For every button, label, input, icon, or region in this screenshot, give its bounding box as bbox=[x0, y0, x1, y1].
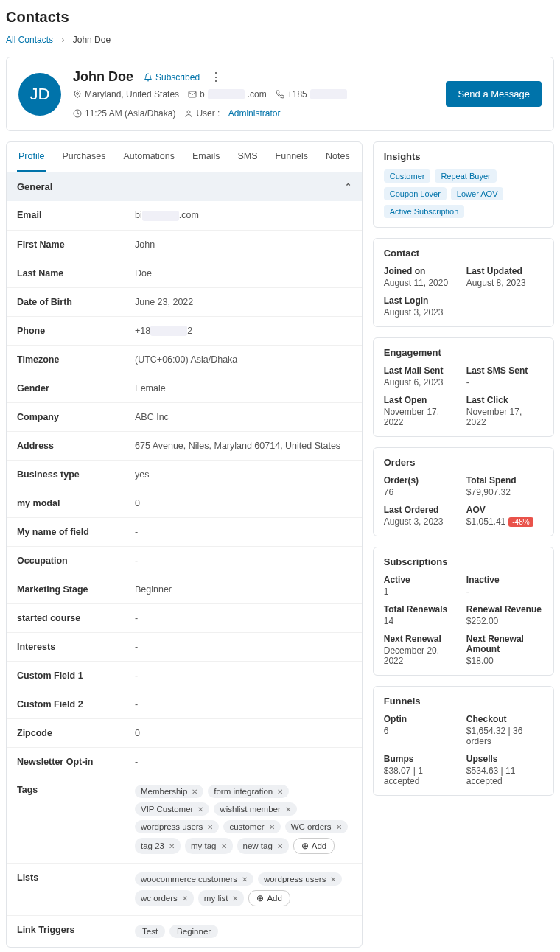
chip[interactable]: Beginner bbox=[169, 925, 218, 938]
field-value: Doe bbox=[135, 268, 351, 279]
general-accordion-toggle[interactable]: General ⌃ bbox=[7, 172, 362, 201]
field-row[interactable]: Address675 Avenue, Niles, Maryland 60714… bbox=[7, 432, 362, 461]
field-row[interactable]: Phone+182 bbox=[7, 317, 362, 346]
avatar: JD bbox=[18, 73, 61, 116]
field-value: 675 Avenue, Niles, Maryland 60714, Unite… bbox=[135, 441, 351, 451]
tab-profile[interactable]: Profile bbox=[17, 142, 46, 172]
field-row[interactable]: Newsletter Opt-in- bbox=[7, 748, 362, 776]
tab-funnels[interactable]: Funnels bbox=[274, 142, 309, 172]
remove-icon[interactable]: ✕ bbox=[242, 875, 248, 883]
remove-icon[interactable]: ✕ bbox=[330, 875, 336, 883]
chip[interactable]: wishlist member✕ bbox=[214, 802, 296, 816]
field-row[interactable]: First NameJohn bbox=[7, 231, 362, 259]
remove-icon[interactable]: ✕ bbox=[207, 823, 213, 831]
chip[interactable]: wc orders✕ bbox=[135, 890, 194, 906]
remove-icon[interactable]: ✕ bbox=[277, 842, 283, 850]
field-row[interactable]: my modal0 bbox=[7, 489, 362, 518]
remove-icon[interactable]: ✕ bbox=[182, 895, 188, 903]
field-row[interactable]: Interests- bbox=[7, 633, 362, 662]
chip[interactable]: customer✕ bbox=[223, 820, 280, 833]
info-item-value: 76 bbox=[384, 487, 461, 497]
field-value: (UTC+06:00) Asia/Dhaka bbox=[135, 354, 351, 365]
chip[interactable]: tag 23✕ bbox=[135, 838, 181, 854]
tab-automations[interactable]: Automations bbox=[122, 142, 176, 172]
remove-icon[interactable]: ✕ bbox=[232, 895, 238, 903]
info-item-label: Inactive bbox=[466, 575, 543, 585]
field-label: Address bbox=[17, 441, 135, 451]
tab-purchases[interactable]: Purchases bbox=[60, 142, 107, 172]
field-value: - bbox=[135, 527, 351, 537]
remove-icon[interactable]: ✕ bbox=[285, 805, 291, 813]
remove-icon[interactable]: ✕ bbox=[336, 823, 342, 831]
add-button[interactable]: ⊕ Add bbox=[248, 890, 290, 906]
chip[interactable]: Membership✕ bbox=[135, 785, 203, 798]
chip[interactable]: Test bbox=[135, 925, 165, 938]
info-item-label: Last Click bbox=[466, 395, 543, 405]
tab-emails[interactable]: Emails bbox=[191, 142, 222, 172]
info-item-label: AOV bbox=[466, 505, 543, 515]
engagement-panel: Engagement Last Mail SentAugust 6, 2023L… bbox=[373, 337, 554, 437]
chip[interactable]: wordpress users✕ bbox=[135, 820, 219, 833]
info-item-value: 6 bbox=[384, 726, 461, 736]
info-item-label: Bumps bbox=[384, 754, 461, 764]
remove-icon[interactable]: ✕ bbox=[169, 842, 175, 850]
tab-notes[interactable]: Notes bbox=[324, 142, 351, 172]
field-row[interactable]: Business typeyes bbox=[7, 461, 362, 489]
field-label: Zipcode bbox=[17, 728, 135, 738]
field-row[interactable]: GenderFemale bbox=[7, 374, 362, 403]
remove-icon[interactable]: ✕ bbox=[277, 788, 283, 796]
chevron-up-icon: ⌃ bbox=[345, 182, 351, 192]
remove-icon[interactable]: ✕ bbox=[221, 842, 227, 850]
field-label: My name of field bbox=[17, 527, 135, 537]
field-row[interactable]: Timezone(UTC+06:00) Asia/Dhaka bbox=[7, 346, 362, 374]
lists-value: woocommerce customers✕wordpress users✕wc… bbox=[135, 872, 351, 906]
field-row[interactable]: Emailbi.com bbox=[7, 201, 362, 231]
field-value: - bbox=[135, 671, 351, 681]
field-label: Last Name bbox=[17, 268, 135, 279]
field-row[interactable]: Date of BirthJune 23, 2022 bbox=[7, 288, 362, 317]
field-value: bi.com bbox=[135, 210, 351, 221]
field-row[interactable]: Custom Field 2- bbox=[7, 690, 362, 719]
more-menu[interactable]: ⋮ bbox=[210, 70, 222, 84]
info-item-label: Order(s) bbox=[384, 475, 461, 486]
insights-panel: Insights CustomerRepeat BuyerCoupon Love… bbox=[373, 141, 554, 228]
field-row[interactable]: Marketing StageBeginner bbox=[7, 575, 362, 604]
remove-icon[interactable]: ✕ bbox=[197, 805, 203, 813]
chip[interactable]: WC orders✕ bbox=[285, 820, 348, 833]
info-item-value: August 3, 2023 bbox=[384, 517, 461, 527]
field-row[interactable]: CompanyABC Inc bbox=[7, 403, 362, 432]
field-value: 0 bbox=[135, 498, 351, 508]
field-row[interactable]: started course- bbox=[7, 604, 362, 633]
info-item-label: Last Mail Sent bbox=[384, 365, 461, 376]
user-icon bbox=[184, 109, 193, 118]
breadcrumb-current: John Doe bbox=[73, 35, 111, 45]
field-row[interactable]: Occupation- bbox=[7, 547, 362, 575]
info-item-value: November 17, 2022 bbox=[384, 407, 461, 427]
chip[interactable]: wordpress users✕ bbox=[258, 872, 342, 886]
info-item-value: $38.07 | 1 accepted bbox=[384, 766, 461, 786]
info-item-label: Total Renewals bbox=[384, 604, 461, 615]
chip[interactable]: new tag✕ bbox=[237, 838, 289, 854]
field-row[interactable]: Custom Field 1- bbox=[7, 662, 362, 690]
chip[interactable]: my tag✕ bbox=[185, 838, 233, 854]
chip[interactable]: my list✕ bbox=[198, 890, 245, 906]
breadcrumb-all-contacts[interactable]: All Contacts bbox=[6, 35, 53, 45]
chip[interactable]: woocommerce customers✕ bbox=[135, 872, 253, 886]
field-row[interactable]: My name of field- bbox=[7, 518, 362, 547]
add-button[interactable]: ⊕ Add bbox=[293, 838, 335, 854]
tags-value: Membership✕form integration✕VIP Customer… bbox=[135, 785, 351, 854]
info-item-label: Next Renewal bbox=[384, 634, 461, 644]
funnels-panel: Funnels Optin6Checkout$1,654.32 | 36 ord… bbox=[373, 686, 554, 796]
field-label: Custom Field 1 bbox=[17, 671, 135, 681]
field-row[interactable]: Zipcode0 bbox=[7, 719, 362, 748]
user-link[interactable]: Administrator bbox=[228, 108, 281, 119]
info-item: Checkout$1,654.32 | 36 orders bbox=[466, 714, 543, 746]
meta-location: Maryland, United States bbox=[73, 89, 179, 99]
remove-icon[interactable]: ✕ bbox=[269, 823, 275, 831]
tab-sms[interactable]: SMS bbox=[237, 142, 259, 172]
chip[interactable]: form integration✕ bbox=[208, 785, 289, 798]
field-row[interactable]: Last NameDoe bbox=[7, 259, 362, 288]
send-message-button[interactable]: Send a Message bbox=[446, 81, 542, 107]
chip[interactable]: VIP Customer✕ bbox=[135, 802, 209, 816]
remove-icon[interactable]: ✕ bbox=[192, 788, 197, 796]
